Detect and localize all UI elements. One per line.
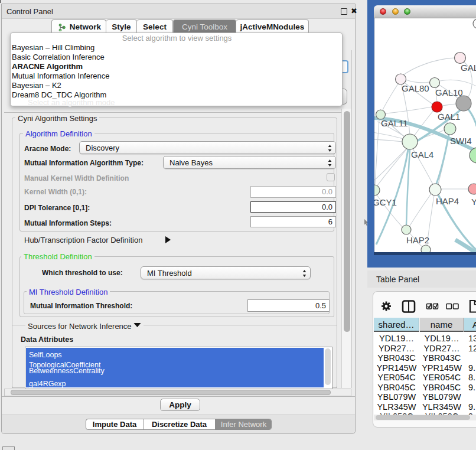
svg-text:SWI4: SWI4 [450, 136, 472, 146]
svg-text:GCY1: GCY1 [374, 197, 397, 207]
svg-text:HAP2: HAP2 [406, 235, 429, 245]
svg-text:GAL: GAL [461, 63, 476, 73]
svg-text:GAL80: GAL80 [402, 83, 429, 93]
svg-text:HAP4: HAP4 [436, 196, 459, 206]
svg-text:GAL10: GAL10 [435, 87, 463, 97]
svg-text:GAL1: GAL1 [438, 112, 460, 122]
svg-text:Y: Y [471, 197, 476, 207]
svg-text:GAL11: GAL11 [381, 118, 408, 128]
svg-text:GAL4: GAL4 [411, 149, 433, 159]
